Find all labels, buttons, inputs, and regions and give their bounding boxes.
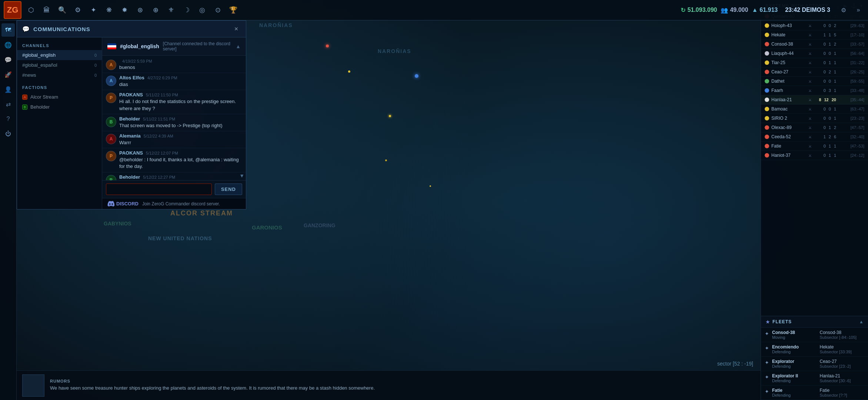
faction-dot-beholder: B: [22, 105, 27, 110]
message-content: PAOKANS 5/12/22 12:07 PM @beholder : I f…: [119, 150, 242, 170]
chat-input-area: SEND: [102, 180, 246, 198]
system-row-dathet[interactable]: Dathet ⚔ 001 [59:-55]: [761, 77, 868, 86]
faction-beholder[interactable]: B Beholder: [17, 102, 102, 112]
sidebar-power[interactable]: ⏻: [1, 127, 15, 141]
fleets-title: FLEETS: [772, 319, 857, 324]
system-row-ceeda[interactable]: Ceeda-52 ⚔ 126 [32:-40]: [761, 132, 868, 142]
star-dot: [326, 44, 329, 47]
nav-icon-7[interactable]: ✸: [118, 3, 131, 17]
top-settings-icons: ⚙ »: [838, 4, 864, 16]
channel-news[interactable]: #news 0: [17, 70, 102, 80]
nav-icon-14[interactable]: 🏆: [227, 3, 240, 17]
message-item: A Alemania 5/12/22 4:39 AM Warrr: [102, 131, 246, 148]
comm-panel-header: 💬 COMMUNICATIONS ×: [17, 21, 246, 37]
sidebar-globe[interactable]: 🌐: [1, 38, 15, 52]
system-dot: [765, 42, 769, 46]
fleets-collapse-button[interactable]: ▲: [859, 319, 864, 324]
sidebar-question[interactable]: ?: [1, 112, 15, 126]
system-dot: [765, 107, 769, 111]
system-row-hanlaa[interactable]: Hanlaa-21 ⚔ 81220 [35:-44]: [761, 95, 868, 105]
sidebar-chat[interactable]: 💬: [1, 53, 15, 66]
fleet-row-explorator[interactable]: ✦ Explorator Defending Ceao-27 Subsector…: [761, 357, 868, 371]
system-dot: [765, 51, 769, 56]
channel-global-english[interactable]: #global_english 0: [17, 50, 102, 60]
discord-logo[interactable]: DISCORD: [107, 201, 138, 206]
send-message-button[interactable]: SEND: [215, 184, 242, 195]
system-row-hekate[interactable]: Hekate ⚔ 115 [17:-10]: [761, 30, 868, 40]
system-row-liaquph[interactable]: Liaquph-44 ⚔ 001 [56:-64]: [761, 49, 868, 58]
influence-display: ▲ 61.913: [752, 7, 778, 13]
map-region-naronas2: NAROÑIAS: [378, 48, 411, 54]
system-dot: [765, 88, 769, 93]
star-dot: [389, 115, 391, 117]
message-item: B Beholder 5/11/22 11:51 PM That screen …: [102, 114, 246, 131]
chat-channel-header: #global_english [Channel connected to th…: [102, 37, 246, 56]
nav-icon-3[interactable]: 🔍: [56, 3, 69, 17]
system-row-consod[interactable]: Consod-38 ⚔ 012 [33:-57]: [761, 40, 868, 49]
faction-alcor-stream[interactable]: A Alcor Stream: [17, 92, 102, 102]
scroll-up-button[interactable]: ▲: [236, 43, 241, 49]
scroll-down-button[interactable]: ▼: [239, 173, 244, 179]
star-dot: [430, 185, 431, 187]
comm-header-icon: 💬: [22, 26, 30, 33]
system-row-bamoac[interactable]: Bamoac ⚔ 001 [63:-47]: [761, 105, 868, 114]
system-row-olexac[interactable]: Olexac-89 ⚔ 012 [47:-57]: [761, 123, 868, 132]
system-dot: [765, 60, 769, 65]
systems-activity-list: Qumaes-80 ⚔ 002 [37:-59] Hoioph-43 ⚔ 002…: [761, 12, 868, 316]
sidebar-arrows[interactable]: ⇄: [1, 97, 15, 111]
sidebar-map[interactable]: 🗺: [1, 23, 15, 37]
expand-icon[interactable]: »: [852, 4, 864, 16]
system-dot: [765, 70, 769, 74]
message-avatar: A: [106, 76, 116, 86]
system-row-ceao[interactable]: Ceao-27 ⚔ 021 [26:-25]: [761, 67, 868, 77]
nav-icon-12[interactable]: ◎: [196, 3, 209, 17]
settings-icon[interactable]: ⚙: [838, 4, 849, 16]
star-dot-naronas: [415, 74, 418, 78]
nav-icon-11[interactable]: ☽: [180, 3, 193, 17]
system-row-hoioph[interactable]: Hoioph-43 ⚔ 002 [29:-63]: [761, 21, 868, 30]
system-row-tiar[interactable]: Tiar-25 ⚔ 011 [31:-22]: [761, 58, 868, 67]
fleet-ship-icon: ✦: [765, 374, 769, 380]
factions-section-header: FACTIONS: [17, 84, 102, 92]
chat-message-input[interactable]: [106, 184, 212, 195]
system-dot: [765, 23, 769, 28]
channel-global-espanol[interactable]: #global_español 0: [17, 60, 102, 70]
nav-icon-4[interactable]: ⚙: [71, 3, 84, 17]
nav-icon-13[interactable]: ⊙: [211, 3, 224, 17]
nav-icon-1[interactable]: ⬡: [24, 3, 38, 17]
fleet-row-encomiendo[interactable]: ✦ Encomiendo Defending Hekate Subsector …: [761, 342, 868, 357]
nav-icon-9[interactable]: ⊕: [149, 3, 162, 17]
sidebar-ship[interactable]: 🚀: [1, 68, 15, 81]
fleet-row-fatie[interactable]: ✦ Fatie Defending Fatie Subsector [?:?]: [761, 386, 868, 400]
fleet-row-explorator-ii[interactable]: ✦ Explorator II Defending Hanlaa-21 Subs…: [761, 371, 868, 386]
map-territory-nun: NEW UNITED NATIONS: [148, 235, 212, 241]
nav-icon-5[interactable]: ✦: [87, 3, 100, 17]
system-dot: [765, 135, 769, 139]
nav-icon-2[interactable]: 🏛: [40, 3, 53, 17]
fleet-ship-icon: ✦: [765, 360, 769, 366]
system-row-haniot[interactable]: Haniot-37 ⚔ 011 [24:-12]: [761, 151, 868, 160]
communications-panel: 💬 COMMUNICATIONS × CHANNELS #global_engl…: [17, 20, 246, 209]
discord-join-text: Join ZeroG Commander discord server.: [142, 201, 220, 206]
nav-icon-6[interactable]: ❋: [102, 3, 116, 17]
system-row-sirio[interactable]: SIRIO 2 ⚔ 001 [23:-23]: [761, 114, 868, 123]
game-logo[interactable]: ZG: [4, 1, 21, 19]
top-nav-icons: ⬡ 🏛 🔍 ⚙ ✦ ❋ ✸ ⊛ ⊕ ⚜ ☽ ◎ ⊙ 🏆: [24, 3, 240, 17]
fleets-section: ★ FLEETS ▲ ✦ Consod-38 Moving Consod-38 …: [761, 316, 868, 400]
system-row-faarh[interactable]: Faarh ⚔ 031 [33:-48]: [761, 86, 868, 95]
chat-area: #global_english [Channel connected to th…: [102, 37, 246, 209]
fleet-ship-icon: ✦: [765, 345, 769, 351]
message-avatar: A: [106, 134, 116, 144]
population-display: 👥 49.000: [721, 7, 748, 14]
nav-icon-10[interactable]: ⚜: [164, 3, 178, 17]
message-item: P PAOKANS 5/12/22 12:07 PM @beholder : I…: [102, 148, 246, 172]
comm-close-button[interactable]: ×: [232, 24, 241, 33]
game-time: 23:42 DEIMOS 3: [785, 7, 830, 13]
chat-channel-name: #global_english: [120, 43, 159, 49]
nav-icon-8[interactable]: ⊛: [133, 3, 147, 17]
fleet-row-consod[interactable]: ✦ Consod-38 Moving Consod-38 Subsector […: [761, 328, 868, 342]
system-dot: [765, 125, 769, 130]
comm-panel-title: COMMUNICATIONS: [33, 26, 228, 32]
sidebar-person[interactable]: 👤: [1, 83, 15, 96]
system-row-fatie[interactable]: Fatie ⚔ 011 [47:-53]: [761, 142, 868, 151]
